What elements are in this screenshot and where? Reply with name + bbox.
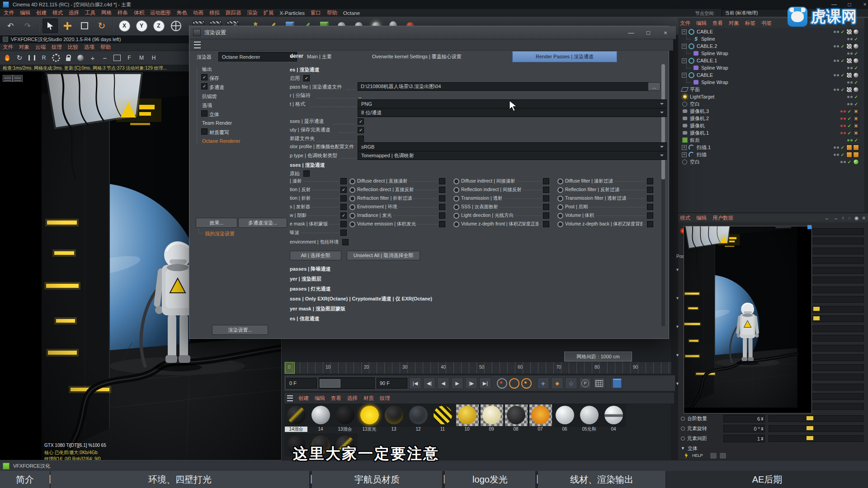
tree-row[interactable]: 空白✓ (678, 100, 864, 108)
om-scrollbar[interactable] (864, 18, 868, 212)
expand-icon[interactable]: + (682, 145, 687, 150)
tree-row[interactable]: 摄像机.3✓ (678, 108, 864, 115)
enabled-check-icon[interactable]: ✓ (854, 94, 858, 99)
collapse-icon[interactable]: − (682, 44, 687, 49)
tab-main[interactable]: Main | 主要 (307, 53, 332, 60)
help-label[interactable]: HELP (692, 453, 703, 458)
nav-multipass-checkbox[interactable] (201, 83, 208, 89)
pass-checkbox[interactable] (543, 212, 549, 219)
section-collapse-icon[interactable]: ▼ (675, 381, 679, 386)
menu-create[interactable]: 创建 (36, 9, 47, 16)
menu-file[interactable]: 文件 (4, 9, 14, 16)
enabled-check-icon[interactable]: ✓ (841, 44, 844, 49)
tree-row[interactable]: Spline Wrap✓ (678, 64, 864, 71)
editor-dot[interactable] (840, 110, 843, 113)
om-menu-bookmarks[interactable]: 书签 (761, 20, 772, 27)
section-header[interactable]: ▼立体 (681, 445, 863, 452)
material-menu-icon[interactable] (287, 395, 293, 401)
tonemap-dropdown[interactable]: Tonemapped | 色调映射 (358, 151, 667, 160)
live-selection-tool[interactable] (42, 19, 58, 33)
next-key-button[interactable]: |▶ (465, 377, 477, 389)
save-beauty-checkbox[interactable] (358, 127, 364, 133)
enabled-check-icon[interactable]: ✓ (848, 109, 851, 114)
tree-row[interactable]: 摄像机✓ (678, 122, 864, 129)
attribute-field[interactable] (812, 315, 864, 322)
collapse-icon[interactable]: − (682, 29, 687, 34)
settings-button[interactable] (51, 52, 61, 63)
attribute-field[interactable] (812, 306, 864, 313)
nav-octane-renderer[interactable]: Octane Renderer (202, 138, 240, 144)
color-profile-dropdown[interactable]: sRGB (358, 142, 667, 151)
material-tag-icon[interactable] (853, 87, 859, 93)
mat-menu-edit[interactable]: 编辑 (315, 395, 325, 402)
pass-file-field[interactable]: D:\210808机器人场景\3.渲染出图\04 (358, 82, 652, 91)
om-menu-objects[interactable]: 对象 (729, 20, 739, 27)
lock-icon[interactable]: ◉ (854, 215, 859, 221)
enabled-check-icon[interactable]: ✓ (854, 51, 858, 56)
om-menu-edit[interactable]: 编辑 (696, 20, 707, 27)
attribute-field[interactable] (812, 374, 864, 380)
menu-render[interactable]: 渲染 (247, 9, 258, 16)
menu-select[interactable]: 选择 (69, 9, 79, 16)
menu-icon[interactable]: ≡ (863, 215, 865, 221)
phong-tag-icon[interactable] (853, 152, 859, 158)
keyframe-grid-button[interactable] (593, 377, 605, 389)
nav-material-override[interactable]: 材质覆写 (209, 129, 229, 136)
prev-frame-button[interactable]: ◀ (437, 377, 449, 389)
material-thumb[interactable]: 04 (602, 404, 625, 432)
render-dot[interactable] (837, 74, 839, 76)
scale-tool[interactable] (77, 19, 92, 33)
parameter-key-button[interactable]: P (579, 377, 591, 389)
editor-dot[interactable] (847, 52, 849, 55)
enabled-check-icon[interactable]: ✓ (841, 145, 844, 150)
back-arrow-icon[interactable]: ← (825, 215, 830, 221)
om-menu-file[interactable]: 文件 (680, 20, 690, 27)
coordinate-system-button[interactable] (168, 19, 184, 33)
editor-dot[interactable] (847, 38, 849, 40)
nav-options[interactable]: 选项 (202, 102, 212, 109)
enabled-check-icon[interactable]: ✓ (841, 152, 844, 157)
undo-icon[interactable]: ↶ (3, 19, 18, 33)
layer-list-icon[interactable] (3, 75, 13, 82)
pass-checkbox[interactable] (647, 212, 653, 219)
pause-button[interactable] (26, 52, 37, 63)
tree-row[interactable]: +扫描.1✓ (678, 144, 864, 151)
raw-checkbox[interactable] (303, 170, 310, 177)
material-thumb[interactable]: 09 (480, 404, 503, 432)
camera-tag-icon[interactable] (853, 123, 859, 129)
section-collapse-icon[interactable]: ▼ (675, 324, 679, 329)
tree-row[interactable]: −CABLE✓ (678, 71, 864, 79)
texture-tag-icon[interactable] (846, 72, 852, 78)
attribute-field[interactable] (812, 335, 864, 342)
material-tag-icon[interactable] (853, 72, 859, 78)
editor-dot[interactable] (847, 81, 849, 84)
menu-mograph[interactable]: 运动图形 (150, 9, 171, 16)
material-thumb[interactable]: 05元和 (578, 404, 600, 432)
show-passes-checkbox[interactable] (358, 118, 364, 125)
collapse-icon[interactable]: − (682, 58, 687, 63)
record-button[interactable] (497, 378, 507, 389)
editor-dot[interactable] (840, 125, 843, 127)
menu-mode[interactable]: 模式 (52, 9, 63, 16)
tree-row[interactable]: 空白✓ (678, 158, 864, 165)
attribute-field[interactable] (812, 354, 864, 361)
pass-checkbox[interactable] (439, 187, 445, 193)
material-thumb[interactable]: 14 (309, 404, 332, 432)
property-value-field[interactable]: 6 (723, 415, 765, 422)
autokey-button[interactable] (509, 378, 519, 389)
attribute-field[interactable] (812, 248, 864, 254)
editor-dot[interactable] (847, 67, 849, 69)
editor-dot[interactable] (840, 117, 843, 120)
pass-checkbox[interactable] (543, 187, 549, 193)
multipass-button[interactable]: 多通道渲染... (238, 218, 287, 228)
close-button[interactable]: × (859, 0, 868, 9)
camera-tag-icon[interactable] (853, 130, 859, 136)
pass-checkbox[interactable] (543, 178, 549, 184)
position-key-button[interactable]: + (537, 377, 549, 389)
menu-window[interactable]: 窗口 (311, 9, 321, 16)
chapter-tab-lighting[interactable]: 环境、四壁打光 (51, 471, 309, 488)
redo-icon[interactable]: ↷ (20, 19, 35, 33)
enabled-check-icon[interactable]: ✓ (841, 58, 844, 63)
attribute-field[interactable] (812, 267, 864, 274)
refresh-button[interactable]: ↻ (14, 52, 25, 63)
